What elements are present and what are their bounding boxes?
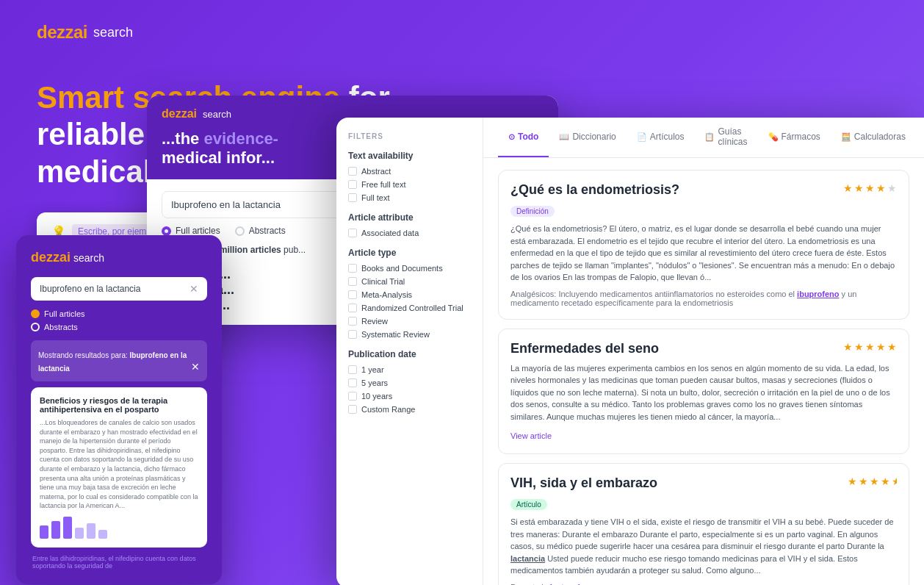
lactancia-link[interactable]: lactancia xyxy=(550,583,585,586)
result-vih-text: Si está embarazada y tiene VIH o el sida… xyxy=(510,516,897,577)
ibuprofeno-link[interactable]: ibuprofeno xyxy=(797,290,839,298)
filter-meta-analysis[interactable]: Meta-Analysis xyxy=(348,290,471,299)
filter-5years[interactable]: 5 years xyxy=(348,378,471,387)
filter-full-text[interactable]: Full text xyxy=(348,193,471,202)
logo-brand: dezzai xyxy=(37,22,87,43)
card-ui-dot-inner xyxy=(165,229,168,233)
bar-3 xyxy=(63,517,72,539)
badge-definicion: Definición xyxy=(510,206,555,217)
checkbox-5years[interactable] xyxy=(348,378,357,387)
tab-articulos-icon: 📄 xyxy=(637,132,647,142)
filter-1year-label: 1 year xyxy=(361,365,384,374)
filter-books[interactable]: Books and Documents xyxy=(348,264,471,273)
main-container: dezzai search Smart search engine for re… xyxy=(0,0,924,585)
filter-rct-label: Randomized Controlled Trial xyxy=(361,304,463,312)
card-logo-brand: dezzai xyxy=(31,250,71,265)
card-logo-suffix: search xyxy=(73,252,104,264)
checkbox-clinical-trial[interactable] xyxy=(348,277,357,286)
card-search-brand: dezzai xyxy=(162,107,197,121)
checkbox-10years[interactable] xyxy=(348,392,357,401)
card-search-suffix: search xyxy=(203,109,231,120)
checkbox-associated-data[interactable] xyxy=(348,229,357,237)
checkbox-abstract[interactable] xyxy=(348,167,357,176)
checkbox-review[interactable] xyxy=(348,317,357,326)
view-article-link[interactable]: View article xyxy=(510,431,552,440)
result-seno: Enfermedades del seno ★ ★ ★ ★ ★ La mayor… xyxy=(498,329,909,455)
tab-todo-icon: ⊙ xyxy=(508,132,515,142)
result-vih-stars: ★ ★ ★ ★ ★ xyxy=(848,475,897,487)
checkbox-meta-analysis[interactable] xyxy=(348,290,357,299)
filters-title: FILTERS xyxy=(348,132,471,140)
lactancia-text: lactancia xyxy=(510,554,545,563)
star-2: ★ xyxy=(854,182,864,194)
star-5: ★ xyxy=(887,182,897,194)
tab-diccionario-icon: 📖 xyxy=(559,132,569,142)
filter-1year[interactable]: 1 year xyxy=(348,365,471,374)
tab-noticias[interactable]: 🌐 Noticias xyxy=(916,118,924,157)
card-result-title: Beneficios y riesgos de la terapia antih… xyxy=(40,396,198,414)
card-clear-icon[interactable]: ✕ xyxy=(190,283,198,295)
close-icon[interactable]: ✕ xyxy=(191,361,200,373)
results-area: ⊙ Todo 📖 Diccionario 📄 Artículos 📋 Guías… xyxy=(483,118,924,585)
results-panel: FILTERS Text availability Abstract Free … xyxy=(336,118,924,585)
checkbox-1year[interactable] xyxy=(348,365,357,374)
checkbox-rct[interactable] xyxy=(348,304,357,312)
filter-review[interactable]: Review xyxy=(348,317,471,326)
tab-articulos[interactable]: 📄 Artículos xyxy=(627,118,695,157)
star-3: ★ xyxy=(865,341,875,353)
filter-clinical-trial-label: Clinical Trial xyxy=(361,277,405,286)
tab-todo-label: Todo xyxy=(518,132,538,142)
star-1: ★ xyxy=(843,341,853,353)
checkbox-free-full-text[interactable] xyxy=(348,180,357,189)
filter-systematic-review[interactable]: Systematic Review xyxy=(348,330,471,339)
star-4: ★ xyxy=(876,182,886,194)
filter-books-label: Books and Documents xyxy=(361,264,443,273)
filter-custom-range-label: Custom Range xyxy=(361,405,415,414)
card-radio-full[interactable]: Full articles xyxy=(31,309,207,318)
filter-custom-range[interactable]: Custom Range xyxy=(348,405,471,414)
star-1: ★ xyxy=(843,182,853,194)
tab-todo[interactable]: ⊙ Todo xyxy=(498,118,549,157)
filter-10years[interactable]: 10 years xyxy=(348,392,471,401)
tab-guias-label: Guías clínicas xyxy=(718,126,747,147)
text-availability-title: Text availability xyxy=(348,151,471,161)
result-vih-header: VIH, sida y el embarazo ★ ★ ★ ★ ★ xyxy=(510,475,897,491)
bar-1 xyxy=(40,525,48,539)
result-label-text: Mostrando resultados para: Ibuprofeno en… xyxy=(38,351,187,373)
result-vih: VIH, sida y el embarazo ★ ★ ★ ★ ★ Artícu… xyxy=(498,463,909,585)
card-search-input[interactable]: Ibuprofeno en la lactancia ✕ xyxy=(31,277,207,301)
tab-farmacos[interactable]: 💊 Fármacos xyxy=(758,118,831,157)
result-seno-text: La mayoría de las mujeres experimenta ca… xyxy=(510,362,897,423)
card-ui-radio-abstracts-dot xyxy=(235,226,245,236)
checkbox-full-text[interactable] xyxy=(348,193,357,202)
filter-10years-label: 10 years xyxy=(361,392,392,401)
checkbox-books[interactable] xyxy=(348,264,357,273)
card-ui-radio-full-dot xyxy=(162,226,171,236)
tab-diccionario[interactable]: 📖 Diccionario xyxy=(549,118,626,157)
result-seno-header: Enfermedades del seno ★ ★ ★ ★ ★ xyxy=(510,341,897,356)
logo: dezzai search xyxy=(37,22,521,43)
star-3: ★ xyxy=(870,475,879,487)
result-seno-title: Enfermedades del seno xyxy=(510,341,659,356)
tab-farmacos-label: Fármacos xyxy=(782,132,820,142)
filter-free-full-text[interactable]: Free full text xyxy=(348,180,471,189)
result-vih-link-text: Durante la lactancia xyxy=(510,583,897,586)
filter-abstract[interactable]: Abstract xyxy=(348,167,471,176)
checkbox-custom-range[interactable] xyxy=(348,405,357,414)
star-4: ★ xyxy=(876,341,886,353)
card-radio-abstracts[interactable]: Abstracts xyxy=(31,323,207,331)
checkbox-systematic-review[interactable] xyxy=(348,330,357,339)
card-radio-abstracts-dot xyxy=(31,323,40,331)
tab-calculadoras[interactable]: 🧮 Calculadoras xyxy=(831,118,916,157)
filter-associated-data[interactable]: Associated data xyxy=(348,229,471,237)
filter-clinical-trial[interactable]: Clinical Trial xyxy=(348,277,471,286)
filter-rct[interactable]: Randomized Controlled Trial xyxy=(348,304,471,312)
tab-guias-icon: 📋 xyxy=(704,132,715,142)
card-ui-radio-abstracts[interactable]: Abstracts xyxy=(235,226,286,236)
star-3: ★ xyxy=(865,182,875,194)
tab-guias[interactable]: 📋 Guías clínicas xyxy=(694,118,757,157)
star-5-half: ★ xyxy=(892,475,897,487)
card-dezzai: dezzai search Ibuprofeno en la lactancia… xyxy=(16,235,222,584)
filter-free-full-text-label: Free full text xyxy=(361,180,406,189)
filter-review-label: Review xyxy=(361,317,388,326)
